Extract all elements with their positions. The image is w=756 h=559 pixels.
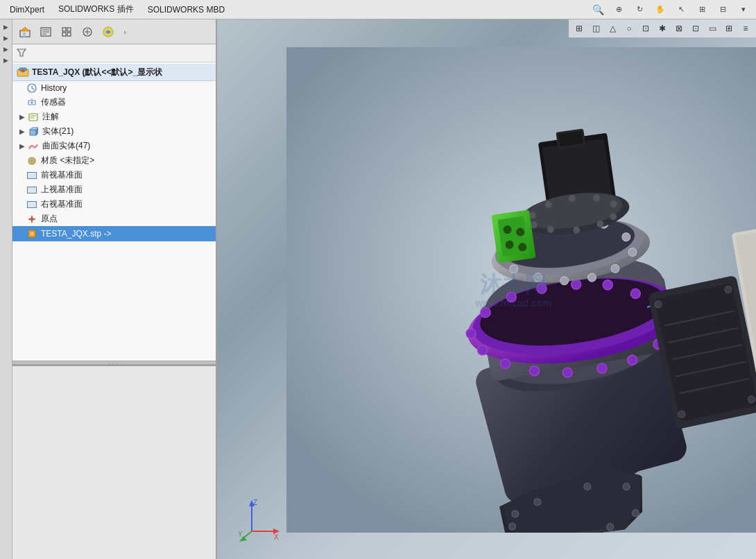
sidebar-toolbar: › bbox=[12, 19, 216, 44]
view-toolbar-zoom[interactable]: ⊕ bbox=[609, 0, 628, 19]
surface-icon bbox=[28, 141, 39, 152]
edge-btn-2[interactable]: ▶ bbox=[1, 33, 11, 43]
model-svg bbox=[286, 47, 756, 533]
part-icon bbox=[26, 228, 37, 239]
tree-selected-label: TESTA_JQX.stp -> bbox=[41, 229, 111, 239]
svg-marker-15 bbox=[17, 49, 26, 56]
sidebar-expand-chevron[interactable]: › bbox=[119, 22, 130, 42]
tree-item-right-plane[interactable]: 右视基准面 bbox=[12, 197, 216, 212]
tree-item-sensor[interactable]: 传感器 bbox=[12, 95, 216, 110]
sidebar-bottom-panel bbox=[12, 365, 216, 559]
filter-row bbox=[12, 44, 216, 62]
svg-text:Z: Z bbox=[253, 499, 257, 506]
vp-btn-camera[interactable]: ▭ bbox=[705, 22, 720, 35]
svg-rect-7 bbox=[62, 28, 66, 31]
sidebar: › TESTA_JQX (默认<<默认>_显示状 bbox=[12, 19, 217, 559]
svg-rect-2 bbox=[23, 33, 26, 37]
tree-item-label-sensor: 传感器 bbox=[41, 96, 66, 108]
coordinate-axes: Z X Y bbox=[238, 497, 280, 538]
viewport-toolbar: ⊞ ◫ △ ○ ⊡ ✱ ⊠ ⊡ ▭ ⊞ ≡ bbox=[569, 19, 756, 37]
svg-text:X: X bbox=[274, 533, 279, 541]
menu-dimxpert[interactable]: DimXpert bbox=[3, 3, 51, 16]
display-manager-icon bbox=[103, 26, 114, 37]
tree-item-history[interactable]: History bbox=[12, 81, 216, 95]
tree-item-surface[interactable]: ▶ 曲面实体(47) bbox=[12, 139, 216, 153]
svg-point-18 bbox=[22, 69, 24, 72]
vp-btn-section[interactable]: △ bbox=[605, 22, 620, 35]
tree-item-top-plane[interactable]: 上视基准面 bbox=[12, 182, 216, 197]
tree-area[interactable]: TESTA_JQX (默认<<默认>_显示状 History bbox=[12, 62, 216, 361]
annotation-icon bbox=[28, 112, 39, 123]
tree-item-label-solid: 实体(21) bbox=[42, 126, 74, 137]
vp-btn-zoom-fit[interactable]: ⊞ bbox=[572, 22, 587, 35]
vp-btn-hide-show[interactable]: ⊡ bbox=[638, 22, 653, 35]
dimxpert-btn[interactable] bbox=[78, 22, 97, 42]
tree-item-material[interactable]: 材质 <未指定> bbox=[12, 153, 216, 168]
expand-arrow-surface: ▶ bbox=[18, 142, 26, 150]
view-toolbar-options[interactable]: ⊞ bbox=[692, 0, 712, 19]
tree-item-label-surface: 曲面实体(47) bbox=[42, 140, 90, 152]
front-plane-icon bbox=[26, 170, 37, 181]
tree-item-label-material: 材质 <未指定> bbox=[41, 155, 94, 166]
config-manager-icon bbox=[61, 26, 72, 37]
vp-btn-calculate[interactable]: ⊞ bbox=[721, 22, 737, 35]
config-manager-btn[interactable] bbox=[57, 22, 76, 42]
menu-solidworks-mbd[interactable]: SOLIDWORKS MBD bbox=[141, 3, 232, 16]
vp-btn-scene[interactable]: ⊠ bbox=[671, 22, 687, 35]
svg-rect-8 bbox=[67, 28, 71, 31]
vp-btn-view[interactable]: ◫ bbox=[588, 22, 603, 35]
filter-icon bbox=[17, 48, 28, 59]
vp-btn-display-style[interactable]: ○ bbox=[621, 22, 637, 35]
left-edge-strip: ▶ ▶ ▶ ▶ bbox=[0, 19, 12, 559]
tree-item-selected-file[interactable]: TESTA_JQX.stp -> bbox=[12, 226, 216, 241]
svg-rect-9 bbox=[62, 33, 66, 36]
menu-bar: DimXpert SOLIDWORKS 插件 SOLIDWORKS MBD 🔍 … bbox=[0, 0, 756, 19]
tree-item-label-top-plane: 上视基准面 bbox=[41, 184, 83, 196]
material-icon bbox=[26, 155, 37, 166]
viewport[interactable]: ⊞ ◫ △ ○ ⊡ ✱ ⊠ ⊡ ▭ ⊞ ≡ bbox=[217, 19, 756, 559]
edge-btn-4[interactable]: ▶ bbox=[1, 55, 11, 65]
tree-item-label-front-plane: 前视基准面 bbox=[41, 169, 83, 181]
vp-btn-appearance[interactable]: ✱ bbox=[655, 22, 670, 35]
display-manager-btn[interactable] bbox=[98, 22, 118, 42]
svg-rect-26 bbox=[30, 130, 36, 135]
tree-item-label-right-plane: 右视基准面 bbox=[41, 198, 83, 210]
tree-root-item[interactable]: TESTA_JQX (默认<<默认>_显示状 bbox=[12, 64, 216, 81]
svg-rect-23 bbox=[29, 114, 37, 121]
edge-btn-3[interactable]: ▶ bbox=[1, 44, 11, 54]
tree-item-origin[interactable]: 原点 bbox=[12, 212, 216, 226]
view-toolbar-more[interactable]: ▾ bbox=[734, 0, 753, 19]
svg-rect-32 bbox=[28, 172, 37, 178]
svg-rect-38 bbox=[28, 230, 35, 237]
feature-manager-icon bbox=[19, 26, 31, 37]
tree-item-front-plane[interactable]: 前视基准面 bbox=[12, 168, 216, 182]
origin-icon bbox=[26, 214, 37, 225]
view-toolbar-search[interactable]: 🔍 bbox=[588, 0, 608, 19]
menu-solidworks-plugin[interactable]: SOLIDWORKS 插件 bbox=[51, 2, 141, 17]
view-toolbar-window[interactable]: ⊟ bbox=[713, 0, 732, 19]
tree-item-annotation[interactable]: ▶ 注解 bbox=[12, 110, 216, 124]
main-area: ▶ ▶ ▶ ▶ bbox=[0, 19, 756, 559]
svg-rect-10 bbox=[67, 33, 71, 36]
view-toolbar-pan[interactable]: ✋ bbox=[651, 0, 670, 19]
feature-manager-btn[interactable] bbox=[15, 22, 35, 42]
property-manager-btn[interactable] bbox=[36, 22, 55, 42]
vp-btn-lights[interactable]: ⊡ bbox=[688, 22, 703, 35]
svg-marker-1 bbox=[20, 27, 30, 31]
svg-rect-34 bbox=[28, 201, 37, 207]
tree-item-label-history: History bbox=[41, 83, 67, 93]
edge-btn-1[interactable]: ▶ bbox=[1, 22, 11, 32]
sensor-icon bbox=[26, 97, 37, 108]
vp-btn-more[interactable]: ≡ bbox=[738, 22, 753, 35]
solid-icon bbox=[28, 126, 39, 137]
view-toolbar-select[interactable]: ↖ bbox=[671, 0, 691, 19]
dimxpert-icon bbox=[82, 26, 93, 37]
root-item-label: TESTA_JQX (默认<<默认>_显示状 bbox=[32, 67, 162, 78]
tree-item-solid[interactable]: ▶ 实体(21) bbox=[12, 124, 216, 139]
top-plane-icon bbox=[26, 184, 37, 196]
expand-arrow-solid: ▶ bbox=[18, 128, 26, 136]
view-toolbar-rotate[interactable]: ↻ bbox=[630, 0, 649, 19]
right-plane-icon bbox=[26, 199, 37, 210]
tree-item-label-origin: 原点 bbox=[41, 213, 58, 225]
property-manager-icon bbox=[40, 26, 51, 37]
